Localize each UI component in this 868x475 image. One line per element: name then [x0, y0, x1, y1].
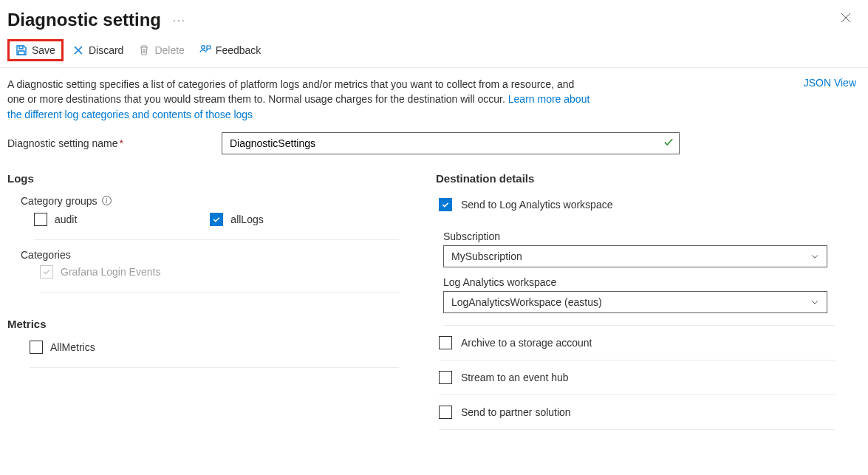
stream-label: Stream to an event hub [461, 372, 569, 383]
name-label: Diagnostic setting name* [7, 137, 222, 149]
grafana-label: Grafana Login Events [61, 266, 160, 278]
subscription-label: Subscription [443, 230, 835, 242]
description-text: A diagnostic setting specifies a list of… [7, 77, 591, 122]
logs-heading: Logs [7, 172, 406, 185]
svg-point-0 [202, 46, 205, 49]
discard-label: Discard [89, 44, 123, 56]
feedback-button[interactable]: Feedback [194, 40, 267, 61]
grafana-checkbox [40, 265, 53, 278]
delete-button: Delete [132, 40, 190, 61]
page-title: Diagnostic setting [7, 10, 161, 30]
feedback-label: Feedback [216, 44, 261, 56]
chevron-down-icon [810, 298, 819, 307]
archive-label: Archive to a storage account [461, 337, 592, 349]
audit-label: audit [55, 213, 77, 225]
discard-button[interactable]: Discard [66, 40, 129, 61]
archive-checkbox[interactable] [439, 336, 452, 349]
category-groups-label: Category groups i [21, 195, 406, 207]
alllogs-label: allLogs [230, 213, 263, 225]
diagnostic-setting-name-input[interactable] [222, 132, 680, 154]
workspace-label: Log Analytics workspace [443, 276, 835, 288]
close-button[interactable] [835, 7, 856, 32]
partner-checkbox[interactable] [439, 406, 452, 419]
metrics-heading: Metrics [7, 318, 406, 330]
valid-check-icon [663, 137, 674, 149]
feedback-icon [199, 44, 211, 56]
chevron-down-icon [810, 252, 819, 261]
more-menu[interactable]: ··· [173, 14, 186, 26]
discard-icon [72, 44, 84, 56]
save-label: Save [32, 44, 55, 56]
workspace-select[interactable]: LogAnalyticsWorkspace (eastus) [443, 291, 827, 313]
send-log-analytics-label: Send to Log Analytics workspace [461, 199, 612, 211]
allmetrics-label: AllMetrics [50, 341, 95, 353]
partner-label: Send to partner solution [461, 406, 571, 418]
info-icon[interactable]: i [102, 196, 112, 205]
json-view-link[interactable]: JSON View [804, 77, 856, 89]
stream-checkbox[interactable] [439, 371, 452, 384]
destination-heading: Destination details [436, 172, 835, 185]
audit-checkbox[interactable] [34, 213, 47, 226]
categories-label: Categories [21, 249, 406, 261]
send-log-analytics-checkbox[interactable] [439, 198, 452, 211]
alllogs-checkbox[interactable] [210, 213, 223, 226]
workspace-value: LogAnalyticsWorkspace (eastus) [451, 296, 602, 308]
allmetrics-checkbox[interactable] [30, 341, 43, 354]
save-icon [16, 44, 27, 56]
subscription-select[interactable]: MySubscription [443, 245, 827, 267]
delete-icon [138, 44, 150, 56]
delete-label: Delete [154, 44, 184, 56]
subscription-value: MySubscription [451, 250, 522, 262]
save-button[interactable]: Save [7, 39, 64, 61]
